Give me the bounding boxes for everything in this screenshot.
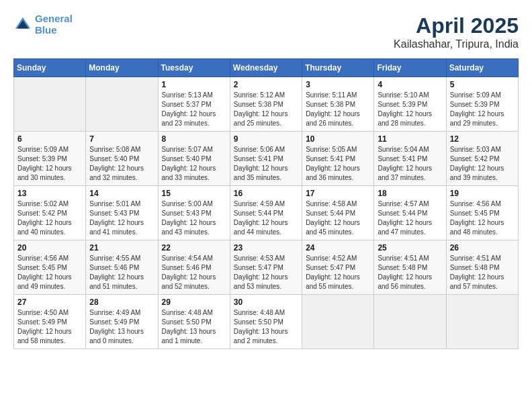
calendar-cell: 21Sunrise: 4:55 AM Sunset: 5:46 PM Dayli… [86, 240, 158, 295]
day-detail: Sunrise: 4:58 AM Sunset: 5:44 PM Dayligh… [306, 199, 370, 237]
calendar-cell: 12Sunrise: 5:03 AM Sunset: 5:42 PM Dayli… [446, 132, 518, 186]
calendar-header-thursday: Thursday [302, 59, 374, 77]
day-detail: Sunrise: 4:54 AM Sunset: 5:46 PM Dayligh… [162, 254, 226, 291]
day-detail: Sunrise: 5:07 AM Sunset: 5:40 PM Dayligh… [162, 145, 226, 183]
calendar-header-saturday: Saturday [446, 59, 518, 77]
calendar-cell: 9Sunrise: 5:06 AM Sunset: 5:41 PM Daylig… [230, 132, 302, 186]
day-detail: Sunrise: 5:10 AM Sunset: 5:39 PM Dayligh… [378, 91, 442, 128]
day-number: 7 [89, 134, 154, 144]
day-detail: Sunrise: 4:48 AM Sunset: 5:50 PM Dayligh… [162, 308, 226, 346]
day-number: 24 [306, 243, 370, 253]
calendar-cell: 22Sunrise: 4:54 AM Sunset: 5:46 PM Dayli… [158, 240, 230, 295]
day-detail: Sunrise: 4:50 AM Sunset: 5:49 PM Dayligh… [17, 308, 82, 346]
day-number: 17 [306, 189, 370, 198]
day-detail: Sunrise: 5:01 AM Sunset: 5:43 PM Dayligh… [89, 199, 154, 237]
day-number: 3 [306, 80, 370, 89]
day-detail: Sunrise: 4:51 AM Sunset: 5:48 PM Dayligh… [378, 254, 442, 291]
day-number: 21 [89, 243, 154, 253]
day-number: 29 [162, 298, 226, 307]
day-number: 16 [234, 189, 298, 198]
day-number: 23 [234, 243, 298, 253]
logo-text: General Blue [35, 13, 73, 36]
calendar-cell: 14Sunrise: 5:01 AM Sunset: 5:43 PM Dayli… [86, 186, 158, 240]
calendar-header-friday: Friday [374, 59, 446, 77]
calendar-week-3: 13Sunrise: 5:02 AM Sunset: 5:42 PM Dayli… [14, 186, 519, 240]
title-area: April 2025 Kailashahar, Tripura, India [394, 13, 519, 50]
calendar-header-tuesday: Tuesday [158, 59, 230, 77]
calendar-cell: 30Sunrise: 4:48 AM Sunset: 5:50 PM Dayli… [230, 295, 302, 349]
calendar-table: SundayMondayTuesdayWednesdayThursdayFrid… [13, 58, 519, 349]
calendar-cell: 26Sunrise: 4:51 AM Sunset: 5:48 PM Dayli… [446, 240, 518, 295]
day-detail: Sunrise: 4:49 AM Sunset: 5:49 PM Dayligh… [89, 308, 154, 346]
calendar-week-4: 20Sunrise: 4:56 AM Sunset: 5:45 PM Dayli… [14, 240, 519, 295]
logo-icon [13, 15, 32, 34]
day-number: 26 [450, 243, 515, 253]
day-detail: Sunrise: 5:08 AM Sunset: 5:40 PM Dayligh… [89, 145, 154, 183]
day-detail: Sunrise: 5:09 AM Sunset: 5:39 PM Dayligh… [17, 145, 82, 183]
calendar-header: SundayMondayTuesdayWednesdayThursdayFrid… [14, 59, 519, 77]
day-detail: Sunrise: 4:48 AM Sunset: 5:50 PM Dayligh… [234, 308, 298, 346]
day-detail: Sunrise: 5:06 AM Sunset: 5:41 PM Dayligh… [234, 145, 298, 183]
day-number: 18 [378, 189, 442, 198]
calendar-cell: 2Sunrise: 5:12 AM Sunset: 5:38 PM Daylig… [230, 77, 302, 132]
day-detail: Sunrise: 5:04 AM Sunset: 5:41 PM Dayligh… [378, 145, 442, 183]
day-number: 20 [17, 243, 82, 253]
header: General Blue April 2025 Kailashahar, Tri… [13, 13, 519, 50]
calendar-cell [446, 295, 518, 349]
calendar-cell [14, 77, 86, 132]
day-number: 11 [378, 134, 442, 144]
calendar-header-sunday: Sunday [14, 59, 86, 77]
calendar-cell: 11Sunrise: 5:04 AM Sunset: 5:41 PM Dayli… [374, 132, 446, 186]
day-number: 5 [450, 80, 515, 89]
day-number: 27 [17, 298, 82, 307]
day-detail: Sunrise: 4:52 AM Sunset: 5:47 PM Dayligh… [306, 254, 370, 291]
day-number: 9 [234, 134, 298, 144]
day-detail: Sunrise: 4:56 AM Sunset: 5:45 PM Dayligh… [17, 254, 82, 291]
day-detail: Sunrise: 5:13 AM Sunset: 5:37 PM Dayligh… [162, 91, 226, 128]
calendar-header-wednesday: Wednesday [230, 59, 302, 77]
calendar-cell: 10Sunrise: 5:05 AM Sunset: 5:41 PM Dayli… [302, 132, 374, 186]
calendar-cell: 7Sunrise: 5:08 AM Sunset: 5:40 PM Daylig… [86, 132, 158, 186]
day-detail: Sunrise: 4:55 AM Sunset: 5:46 PM Dayligh… [89, 254, 154, 291]
calendar-cell: 24Sunrise: 4:52 AM Sunset: 5:47 PM Dayli… [302, 240, 374, 295]
calendar-cell: 17Sunrise: 4:58 AM Sunset: 5:44 PM Dayli… [302, 186, 374, 240]
calendar-cell: 15Sunrise: 5:00 AM Sunset: 5:43 PM Dayli… [158, 186, 230, 240]
day-detail: Sunrise: 5:03 AM Sunset: 5:42 PM Dayligh… [450, 145, 515, 183]
day-number: 30 [234, 298, 298, 307]
calendar-cell: 18Sunrise: 4:57 AM Sunset: 5:44 PM Dayli… [374, 186, 446, 240]
calendar-cell [302, 295, 374, 349]
calendar-cell: 29Sunrise: 4:48 AM Sunset: 5:50 PM Dayli… [158, 295, 230, 349]
calendar-week-5: 27Sunrise: 4:50 AM Sunset: 5:49 PM Dayli… [14, 295, 519, 349]
day-number: 14 [89, 189, 154, 198]
calendar-cell: 28Sunrise: 4:49 AM Sunset: 5:49 PM Dayli… [86, 295, 158, 349]
calendar-cell: 6Sunrise: 5:09 AM Sunset: 5:39 PM Daylig… [14, 132, 86, 186]
day-number: 19 [450, 189, 515, 198]
calendar-cell: 5Sunrise: 5:09 AM Sunset: 5:39 PM Daylig… [446, 77, 518, 132]
day-detail: Sunrise: 5:11 AM Sunset: 5:38 PM Dayligh… [306, 91, 370, 128]
day-number: 6 [17, 134, 82, 144]
calendar-cell: 25Sunrise: 4:51 AM Sunset: 5:48 PM Dayli… [374, 240, 446, 295]
day-number: 2 [234, 80, 298, 89]
day-detail: Sunrise: 5:02 AM Sunset: 5:42 PM Dayligh… [17, 199, 82, 237]
day-detail: Sunrise: 4:57 AM Sunset: 5:44 PM Dayligh… [378, 199, 442, 237]
day-detail: Sunrise: 5:00 AM Sunset: 5:43 PM Dayligh… [162, 199, 226, 237]
calendar-week-1: 1Sunrise: 5:13 AM Sunset: 5:37 PM Daylig… [14, 77, 519, 132]
calendar-cell: 4Sunrise: 5:10 AM Sunset: 5:39 PM Daylig… [374, 77, 446, 132]
calendar-cell: 16Sunrise: 4:59 AM Sunset: 5:44 PM Dayli… [230, 186, 302, 240]
day-detail: Sunrise: 4:56 AM Sunset: 5:45 PM Dayligh… [450, 199, 515, 237]
calendar-cell: 20Sunrise: 4:56 AM Sunset: 5:45 PM Dayli… [14, 240, 86, 295]
day-number: 10 [306, 134, 370, 144]
calendar-location: Kailashahar, Tripura, India [394, 38, 519, 50]
day-number: 12 [450, 134, 515, 144]
day-number: 15 [162, 189, 226, 198]
calendar-week-2: 6Sunrise: 5:09 AM Sunset: 5:39 PM Daylig… [14, 132, 519, 186]
day-detail: Sunrise: 4:53 AM Sunset: 5:47 PM Dayligh… [234, 254, 298, 291]
day-number: 1 [162, 80, 226, 89]
day-number: 22 [162, 243, 226, 253]
logo: General Blue [13, 13, 73, 36]
calendar-cell [86, 77, 158, 132]
day-detail: Sunrise: 5:12 AM Sunset: 5:38 PM Dayligh… [234, 91, 298, 128]
calendar-cell [374, 295, 446, 349]
day-number: 13 [17, 189, 82, 198]
day-number: 4 [378, 80, 442, 89]
